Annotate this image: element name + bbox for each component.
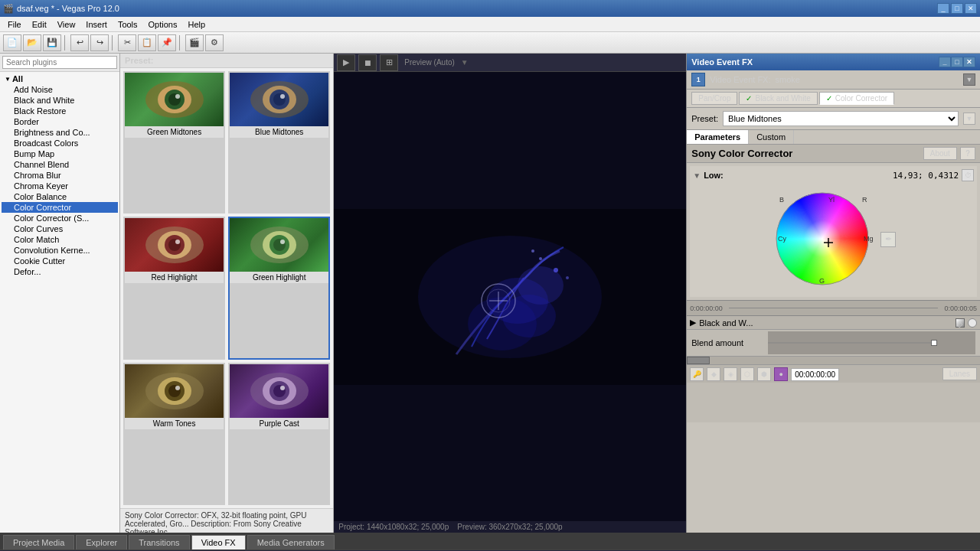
eyedropper-button[interactable]: ✒ — [880, 232, 896, 247]
vefx-close-btn[interactable]: ✕ — [963, 57, 975, 67]
cc-about-button[interactable]: About — [923, 147, 957, 160]
param-tab-parameters[interactable]: Parameters — [687, 130, 749, 144]
tab-video-fx[interactable]: Video FX — [191, 535, 246, 549]
color-wheel-canvas[interactable] — [771, 187, 874, 291]
tab-pan-crop[interactable]: Pan/Crop — [691, 92, 737, 105]
menu-view[interactable]: View — [53, 18, 80, 31]
blend-handle[interactable] — [931, 340, 937, 346]
tree-item-color-curves[interactable]: Color Curves — [2, 223, 118, 234]
preset-item-red-highlight[interactable]: Red Highlight — [123, 217, 225, 359]
new-button[interactable]: 📄 — [3, 34, 21, 51]
render-button[interactable]: 🎬 — [185, 34, 204, 51]
minimize-button[interactable]: _ — [937, 3, 949, 14]
close-button[interactable]: ✕ — [965, 3, 977, 14]
kf-btn-4[interactable]: ⬡ — [740, 367, 754, 381]
preset-header: Preset: — [120, 54, 333, 68]
vefx-title-bar: Video Event FX _ □ ✕ — [687, 54, 980, 70]
vefx-header: 1 Video Event FX: smoke ▼ — [687, 70, 980, 90]
low-clock-icon[interactable]: ⏱ — [962, 169, 974, 181]
save-button[interactable]: 💾 — [43, 34, 61, 51]
vefx-tabs: Pan/Crop ✓ Black and White ✓ Color Corre… — [687, 90, 980, 108]
vefx-options-btn[interactable]: ▼ — [963, 73, 975, 86]
search-input[interactable] — [2, 56, 117, 69]
preview-dropdown-arrow[interactable]: ▼ — [461, 58, 469, 67]
tab-color-corrector[interactable]: ✓ Color Corrector — [819, 92, 894, 105]
kf-btn-6[interactable]: ● — [774, 367, 788, 381]
menu-insert[interactable]: Insert — [81, 18, 112, 31]
vefx-preset-select[interactable]: Blue Midtones Green Midtones Red Highlig… — [723, 111, 959, 126]
tree-item-broadcast[interactable]: Broadcast Colors — [2, 138, 118, 148]
tree-item-color-corrector-s[interactable]: Color Corrector (S... — [2, 213, 118, 223]
kf-btn-2[interactable]: ◆ — [707, 367, 720, 381]
preset-thumb-6 — [230, 364, 328, 418]
vefx-preset-row: Preset: Blue Midtones Green Midtones Red… — [687, 108, 980, 130]
keyframe-toolbar: 🔑 ◆ ◈ ⬡ ⬢ ● 00:00:00:00 Lanes — [687, 364, 980, 383]
tab-transitions[interactable]: Transitions — [129, 535, 189, 549]
color-tools: ✒ — [880, 187, 896, 291]
tree-item-color-match[interactable]: Color Match — [2, 234, 118, 245]
tree-item-border[interactable]: Border — [2, 116, 118, 127]
tree-item-channel[interactable]: Channel Blend — [2, 159, 118, 170]
tree-item-convolution[interactable]: Convolution Kerne... — [2, 245, 118, 256]
bw-expand-icon[interactable]: ▶ — [690, 318, 696, 328]
preset-item-5[interactable]: Warm Tones — [123, 363, 225, 505]
svg-point-37 — [539, 257, 542, 260]
preset-item-6[interactable]: Purple Cast — [228, 363, 330, 505]
tree-item-color-balance[interactable]: Color Balance — [2, 191, 118, 202]
tree-item-chroma-keyer[interactable]: Chroma Keyer — [2, 181, 118, 191]
bw-diamond-icon[interactable]: ◇ — [956, 318, 965, 328]
preview-stop-button[interactable]: ⏹ — [358, 54, 377, 71]
menu-edit[interactable]: Edit — [28, 18, 51, 31]
lanes-button[interactable]: Lanes — [942, 367, 977, 380]
preset-item-green-highlight[interactable]: Green Highlight — [228, 217, 330, 359]
preset-item-blue-midtones[interactable]: Blue Midtones — [228, 71, 330, 214]
eye-icon-6 — [245, 368, 314, 414]
tree-root-all[interactable]: ▼ All — [2, 73, 118, 84]
low-expand-icon[interactable]: ▼ — [693, 171, 701, 180]
tree-item-color-corrector[interactable]: Color Corrector — [2, 202, 118, 213]
tab-project-media[interactable]: Project Media — [3, 535, 74, 549]
toolbar-separator-2 — [112, 35, 115, 51]
tree-item-bw[interactable]: Black and White — [2, 95, 118, 106]
tree-item-black-restore[interactable]: Black Restore — [2, 106, 118, 116]
vefx-minimize-btn[interactable]: _ — [939, 57, 951, 67]
tree-item-cookie[interactable]: Cookie Cutter — [2, 256, 118, 266]
copy-button[interactable]: 📋 — [138, 34, 156, 51]
cc-help-button[interactable]: ? — [960, 147, 975, 160]
menu-file[interactable]: File — [3, 18, 26, 31]
tree-item-bump[interactable]: Bump Map — [2, 148, 118, 159]
tree-item-chroma-blur[interactable]: Chroma Blur — [2, 170, 118, 181]
preview-video — [334, 209, 686, 385]
menu-help[interactable]: Help — [183, 18, 210, 31]
menu-tools[interactable]: Tools — [113, 18, 142, 31]
kf-btn-5[interactable]: ⬢ — [757, 367, 771, 381]
tab-media-generators[interactable]: Media Generators — [247, 535, 335, 549]
maximize-button[interactable]: □ — [951, 3, 963, 14]
preview-play-button[interactable]: ▶ — [337, 54, 355, 71]
preview-mode-button[interactable]: ⊞ — [380, 54, 398, 71]
tab-black-white[interactable]: ✓ Black and White — [739, 92, 817, 105]
kf-btn-1[interactable]: 🔑 — [690, 367, 704, 381]
kf-btn-3[interactable]: ◈ — [724, 367, 737, 381]
low-header: ▼ Low: 14,93; 0,4312 ⏱ — [693, 169, 974, 181]
cc-tab-label: Color Corrector — [835, 94, 887, 103]
menu-options[interactable]: Options — [144, 18, 182, 31]
preset-dropdown-btn[interactable]: ▼ — [963, 112, 975, 125]
anim-scroll-thumb[interactable] — [687, 357, 710, 364]
kf-time-display: 00:00:00:00 — [791, 370, 939, 379]
pan-crop-label: Pan/Crop — [698, 94, 730, 103]
tree-item-brightness[interactable]: Brightness and Co... — [2, 127, 118, 138]
properties-button[interactable]: ⚙ — [205, 34, 224, 51]
tab-nav: Project Media Explorer Transitions Video… — [0, 533, 980, 549]
open-button[interactable]: 📂 — [23, 34, 41, 51]
paste-button[interactable]: 📌 — [158, 34, 176, 51]
tree-item-add-noise[interactable]: Add Noise — [2, 84, 118, 95]
redo-button[interactable]: ↪ — [90, 34, 109, 51]
preset-item-green-midtones[interactable]: Green Midtones — [123, 71, 225, 214]
cut-button[interactable]: ✂ — [118, 34, 136, 51]
param-tab-custom[interactable]: Custom — [749, 130, 794, 144]
tab-explorer[interactable]: Explorer — [76, 535, 127, 549]
undo-button[interactable]: ↩ — [70, 34, 89, 51]
tree-item-defor[interactable]: Defor... — [2, 266, 118, 277]
vefx-maximize-btn[interactable]: □ — [951, 57, 963, 67]
